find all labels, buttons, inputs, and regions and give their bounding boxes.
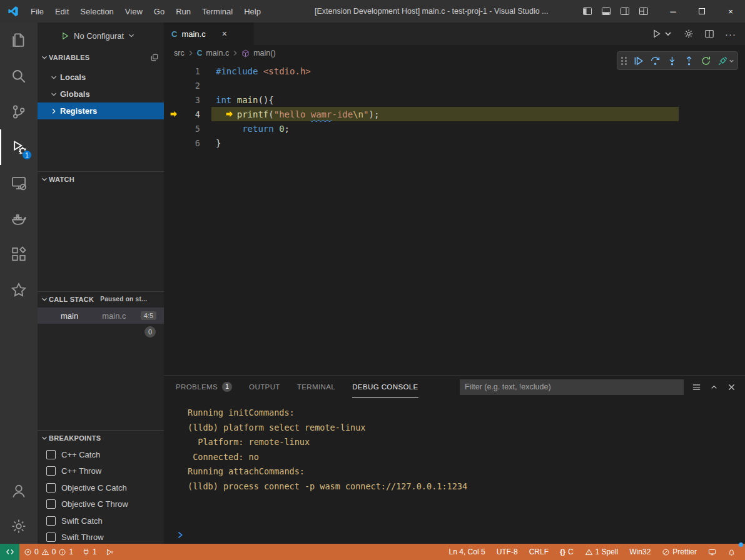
debug-session-status[interactable] [101, 544, 118, 560]
breadcrumb-symbol[interactable]: main() [253, 49, 275, 58]
problems-status[interactable]: 0 0 1 [19, 544, 78, 560]
spell-checker-status[interactable]: 1 Spell [579, 544, 624, 560]
screen-reader-status[interactable] [702, 544, 722, 560]
code-line-5[interactable]: 5 return 0; [164, 121, 745, 136]
step-over-button[interactable] [647, 52, 664, 69]
breakpoint-item[interactable]: Swift Catch [38, 512, 164, 529]
source-control-icon[interactable] [0, 94, 38, 129]
prettier-status[interactable]: Prettier [656, 544, 702, 560]
docker-icon[interactable] [0, 201, 38, 236]
cursor-position[interactable]: Ln 4, Col 5 [443, 544, 491, 560]
notifications-bell[interactable] [722, 544, 741, 560]
minimize-button[interactable]: ─ [659, 0, 687, 22]
language-selector[interactable]: {} C [554, 544, 579, 560]
favorites-star-icon[interactable] [0, 272, 38, 308]
search-icon[interactable] [0, 58, 38, 94]
code-text: } [216, 138, 221, 148]
remote-explorer-icon[interactable] [0, 165, 38, 201]
run-and-debug-icon[interactable]: 1 [0, 129, 38, 165]
filter-input[interactable] [460, 379, 684, 395]
panel-tab-debug-console[interactable]: DEBUG CONSOLE [352, 376, 418, 398]
breakpoint-checkbox[interactable] [46, 450, 56, 459]
explorer-icon[interactable] [0, 22, 38, 58]
variables-scope-globals[interactable]: Globals [38, 86, 164, 102]
extensions-icon[interactable] [0, 236, 38, 272]
menu-run[interactable]: Run [170, 7, 196, 16]
breakpoint-checkbox[interactable] [46, 466, 56, 476]
menu-help[interactable]: Help [238, 7, 266, 16]
restart-button[interactable] [697, 52, 714, 69]
console-prompt-icon[interactable] [176, 531, 185, 539]
section-action-icon[interactable] [150, 53, 159, 62]
step-into-button[interactable] [664, 52, 681, 69]
breakpoint-label: Swift Catch [61, 516, 103, 526]
breakpoints-section-header[interactable]: BREAKPOINTS [38, 430, 164, 445]
platform-status[interactable]: Win32 [624, 544, 656, 560]
step-out-button[interactable] [681, 52, 697, 69]
menu-edit[interactable]: Edit [49, 7, 74, 16]
watch-section-header[interactable]: WATCH [38, 171, 164, 186]
configure-gear-icon[interactable] [684, 29, 694, 39]
breakpoint-item[interactable]: Objective C Catch [38, 479, 164, 496]
debug-current-line-icon[interactable] [164, 110, 183, 118]
breakpoint-checkbox[interactable] [46, 483, 56, 492]
window-title: [Extension Development Host] main.c - te… [315, 0, 549, 22]
menu-go[interactable]: Go [148, 7, 170, 16]
callstack-section-header[interactable]: CALL STACK Paused on st... [38, 291, 164, 306]
ports-status[interactable]: 1 [78, 544, 101, 560]
toggle-secondary-sidebar-icon[interactable] [620, 6, 630, 16]
variables-section-header[interactable]: VARIABLES [38, 50, 164, 65]
maximize-button[interactable] [687, 0, 716, 22]
chevron-down-icon[interactable] [728, 58, 735, 64]
launch-config-dropdown[interactable]: No Configurat [74, 31, 136, 41]
customize-layout-icon[interactable] [639, 6, 649, 16]
close-tab-icon[interactable]: × [222, 29, 227, 39]
split-editor-icon[interactable] [704, 29, 714, 39]
breadcrumb-file[interactable]: main.c [206, 49, 229, 58]
run-or-debug-dropdown[interactable] [652, 29, 673, 39]
settings-gear-icon[interactable] [0, 509, 38, 544]
close-button[interactable]: × [716, 0, 745, 22]
menu-terminal[interactable]: Terminal [196, 7, 238, 16]
tab-main-c[interactable]: C main.c × [164, 22, 254, 45]
continue-button[interactable] [630, 52, 647, 69]
stack-frame-row[interactable]: main main.c 4:5 [38, 308, 164, 324]
output-lines-icon[interactable] [692, 382, 701, 392]
code-line-2[interactable]: 2 [164, 78, 745, 92]
breakpoint-checkbox[interactable] [46, 516, 56, 526]
menu-selection[interactable]: Selection [74, 7, 119, 16]
code-line-6[interactable]: 6} [164, 136, 745, 150]
breadcrumb-folder[interactable]: src [174, 49, 185, 58]
variables-scope-locals[interactable]: Locals [38, 69, 164, 86]
eol-selector[interactable]: CRLF [524, 544, 554, 560]
toggle-panel-icon[interactable] [601, 6, 611, 16]
code-line-3[interactable]: 3int main(){ [164, 92, 745, 107]
toolbar-drag-handle[interactable] [621, 57, 627, 65]
panel-tab-output[interactable]: OUTPUT [249, 376, 280, 398]
toggle-sidebar-icon[interactable] [582, 6, 592, 16]
breakpoint-item[interactable]: C++ Catch [38, 446, 164, 463]
breakpoint-label: Swift Throw [61, 532, 104, 542]
menu-file[interactable]: File [25, 7, 49, 16]
code-line-4[interactable]: 4 printf("hello wamr-ide\n"); [164, 107, 745, 121]
start-debug-icon[interactable] [61, 32, 69, 40]
breakpoint-item[interactable]: C++ Throw [38, 463, 164, 480]
line-number: 3 [183, 95, 200, 105]
console-output: Running initCommands:(lldb) platform sel… [164, 398, 745, 494]
vscode-logo-icon [8, 6, 19, 17]
remote-indicator[interactable] [0, 544, 19, 560]
menu-view[interactable]: View [119, 7, 148, 16]
breakpoint-item[interactable]: Objective C Throw [38, 496, 164, 513]
encoding-selector[interactable]: UTF-8 [491, 544, 524, 560]
breakpoint-checkbox[interactable] [46, 499, 56, 509]
accounts-icon[interactable] [0, 474, 38, 509]
close-panel-icon[interactable] [727, 382, 736, 392]
breakpoint-checkbox[interactable] [46, 532, 56, 542]
breakpoints-list: C++ CatchC++ ThrowObjective C CatchObjec… [38, 446, 164, 546]
circle-slash-icon [662, 548, 670, 556]
panel-tab-terminal[interactable]: TERMINAL [297, 376, 335, 398]
maximize-panel-icon[interactable] [709, 382, 719, 392]
panel-tab-problems[interactable]: PROBLEMS1 [176, 376, 232, 398]
variables-scope-registers[interactable]: Registers [38, 102, 164, 119]
more-actions-icon[interactable]: ··· [725, 29, 736, 39]
